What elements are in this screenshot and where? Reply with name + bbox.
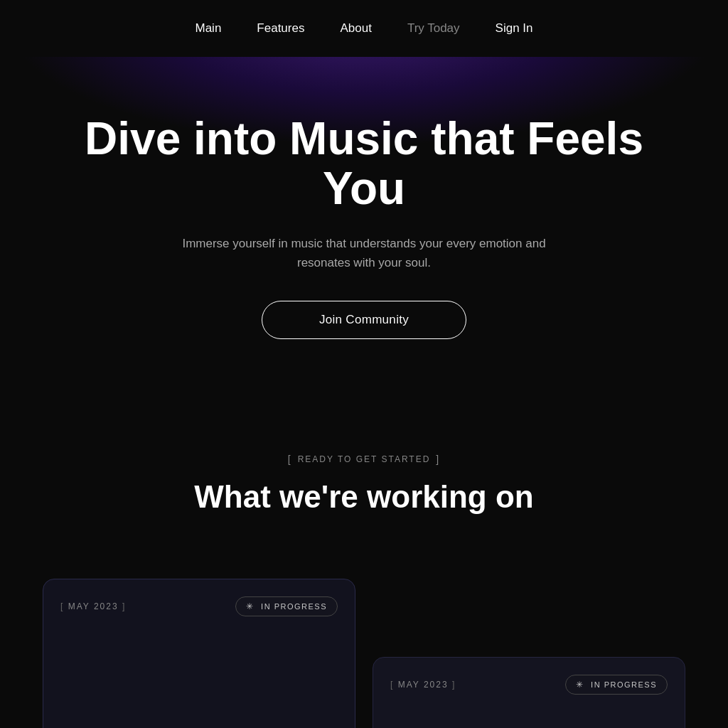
card-left-date: [ MAY 2023 ] <box>60 601 126 611</box>
card-left: [ MAY 2023 ] IN PROGRESS <box>43 579 355 728</box>
card-right-badge: IN PROGRESS <box>565 675 668 695</box>
nav-main[interactable]: Main <box>195 21 221 36</box>
nav-features[interactable]: Features <box>257 21 304 36</box>
working-section: [ READY TO GET STARTED ] What we're work… <box>0 410 728 579</box>
hero-section: Dive into Music that Feels You Immerse y… <box>0 57 728 410</box>
spinner-icon-right <box>576 680 586 690</box>
card-right-date: [ MAY 2023 ] <box>390 680 456 690</box>
card-left-badge: IN PROGRESS <box>235 596 338 616</box>
bracket-left: [ <box>288 454 292 465</box>
join-community-button[interactable]: Join Community <box>262 301 466 339</box>
cards-row: [ MAY 2023 ] IN PROGRESS [ MAY 2023 ] IN… <box>0 579 728 728</box>
section-tag: [ READY TO GET STARTED ] <box>288 454 441 465</box>
card-left-header: [ MAY 2023 ] IN PROGRESS <box>60 596 338 616</box>
section-tag-text: READY TO GET STARTED <box>298 454 431 464</box>
navbar: Main Features About Try Today Sign In <box>0 0 728 57</box>
bracket-right: ] <box>436 454 440 465</box>
spinner-icon <box>246 601 256 611</box>
nav-sign-in[interactable]: Sign In <box>496 21 533 36</box>
nav-links: Main Features About Try Today Sign In <box>195 21 532 36</box>
hero-title: Dive into Music that Feels You <box>80 114 648 214</box>
hero-subtitle: Immerse yourself in music that understan… <box>179 234 549 272</box>
card-right: [ MAY 2023 ] IN PROGRESS <box>373 657 685 728</box>
nav-try-today[interactable]: Try Today <box>407 21 460 36</box>
section-title: What we're working on <box>43 479 685 515</box>
card-right-header: [ MAY 2023 ] IN PROGRESS <box>390 675 668 695</box>
nav-about[interactable]: About <box>340 21 371 36</box>
